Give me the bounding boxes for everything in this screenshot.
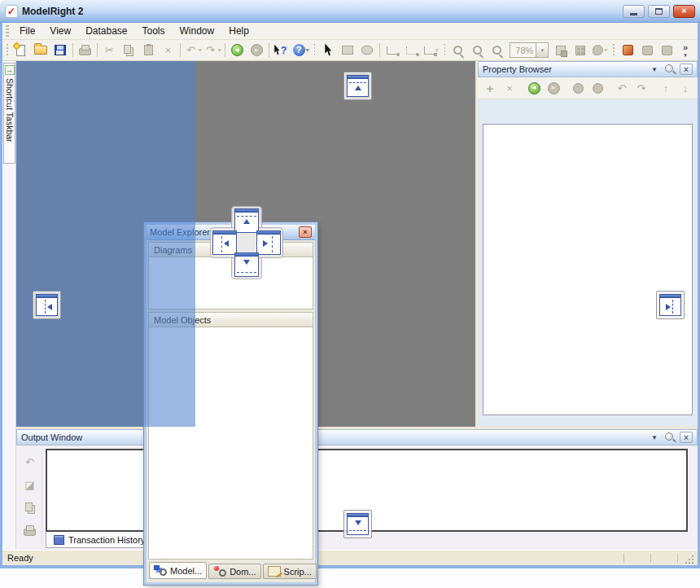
output-window-tabs: Transaction History xyxy=(46,532,153,548)
property-browser-content[interactable] xyxy=(483,124,693,415)
new-button[interactable] xyxy=(12,42,30,59)
model-explorer-close-button[interactable]: × xyxy=(299,226,312,238)
dock-cross-left-button[interactable] xyxy=(212,230,237,255)
output-window-close-button[interactable]: × xyxy=(680,432,693,443)
model-explorer-body: Diagrams Model Objects Model...Dom...Scr… xyxy=(148,242,313,580)
dock-bottom-button[interactable] xyxy=(343,510,372,538)
entity-tool-button[interactable] xyxy=(339,42,357,59)
menu-tools[interactable]: Tools xyxy=(135,23,173,39)
tab-model-explorer[interactable]: Model... xyxy=(149,562,207,579)
pb-add-button[interactable]: + xyxy=(481,80,499,97)
paste-button[interactable] xyxy=(139,42,157,59)
generate-button[interactable] xyxy=(619,42,637,59)
forward-button[interactable]: ► xyxy=(247,42,265,59)
print-button[interactable] xyxy=(76,42,94,59)
toolbar-grip[interactable] xyxy=(7,44,8,56)
pb-forward-button[interactable]: ► xyxy=(545,80,562,97)
toolbar-grip[interactable] xyxy=(314,44,316,56)
fit-diagram-button[interactable] xyxy=(552,42,570,59)
cut-button[interactable]: ✂ xyxy=(100,42,118,59)
panel-menu-icon[interactable]: ▼ xyxy=(651,66,658,73)
help-button[interactable]: ?▾ xyxy=(292,42,310,59)
ow-print-button[interactable] xyxy=(21,522,39,539)
save-button[interactable] xyxy=(51,42,69,59)
select-tool-button[interactable] xyxy=(319,42,337,59)
status-bar: Ready xyxy=(2,550,698,565)
copy-button[interactable] xyxy=(120,42,138,59)
output-window-header[interactable]: Output Window ▼ × xyxy=(16,429,698,445)
zoom-level-combo[interactable]: 78%▾ xyxy=(510,42,549,58)
dock-cross-right-button[interactable] xyxy=(256,230,281,255)
menu-window[interactable]: Window xyxy=(173,23,222,39)
dock-cross-top-button[interactable] xyxy=(234,208,259,233)
resize-grip[interactable] xyxy=(685,555,694,564)
ow-copy-button[interactable] xyxy=(21,499,39,516)
subtype-relationship-button[interactable]: ▾ xyxy=(422,42,440,59)
pb-history-forward-button[interactable] xyxy=(588,80,606,97)
main-toolbar: ✂×↶▾↷▾◄►??▾▾78%▾▾»▾ xyxy=(2,40,698,61)
title-bar[interactable]: ✓ ModelRight 2 × xyxy=(0,0,700,23)
redo-button[interactable]: ↷▾ xyxy=(203,42,221,59)
dock-right-button[interactable] xyxy=(656,291,685,319)
dock-top-button[interactable] xyxy=(343,72,372,100)
menu-view[interactable]: View xyxy=(42,23,78,39)
ow-undo-button[interactable]: ↶ xyxy=(21,454,39,471)
shortcut-taskbar-header[interactable]: → Shortcut Taskbar xyxy=(3,63,15,164)
undo-button[interactable]: ↶▾ xyxy=(184,42,202,59)
nonidentifying-relationship-button[interactable] xyxy=(403,42,421,59)
pb-back-button[interactable]: ◄ xyxy=(525,80,543,97)
tab-label: Dom... xyxy=(230,567,256,577)
overview-button[interactable]: ▾ xyxy=(591,42,609,59)
menu-file[interactable]: File xyxy=(12,23,42,39)
fit-objects-button[interactable] xyxy=(571,42,589,59)
zoom-area-button[interactable] xyxy=(488,42,506,59)
pb-move-down-button[interactable]: ↓ xyxy=(676,80,694,97)
auto-hide-pin-icon[interactable] xyxy=(664,432,676,443)
pb-delete-button[interactable]: × xyxy=(501,80,518,97)
shortcut-taskbar[interactable]: → Shortcut Taskbar xyxy=(2,61,16,550)
menubar-grip[interactable] xyxy=(6,25,9,37)
restore-button[interactable] xyxy=(648,5,670,18)
menu-help[interactable]: Help xyxy=(221,23,256,39)
toolbar-overflow-button[interactable]: »▾ xyxy=(676,41,694,60)
pb-overflow-button[interactable]: »▾ xyxy=(695,78,700,98)
auto-hide-pin-icon[interactable] xyxy=(664,64,676,75)
panel-menu-icon[interactable]: ▼ xyxy=(651,434,658,441)
menu-database[interactable]: Database xyxy=(78,23,134,39)
dropdown-icon[interactable]: ▾ xyxy=(306,46,309,54)
tab-transaction-history[interactable]: Transaction History xyxy=(46,532,153,548)
toolbar-grip[interactable] xyxy=(444,44,446,56)
pb-history-back-button[interactable] xyxy=(569,80,587,97)
toolbar-grip[interactable] xyxy=(613,44,615,56)
dock-guide-cross xyxy=(210,206,283,279)
minimize-button[interactable] xyxy=(623,5,645,18)
identifying-relationship-button[interactable] xyxy=(383,42,401,59)
report-button[interactable] xyxy=(658,42,676,59)
zoom-in-button[interactable] xyxy=(449,42,467,59)
tab-domain[interactable]: Dom... xyxy=(208,564,260,579)
close-button[interactable]: × xyxy=(673,5,695,18)
dock-left-button[interactable] xyxy=(33,291,61,319)
pb-move-up-button[interactable]: ↑ xyxy=(657,80,675,97)
dropdown-icon[interactable]: ▾ xyxy=(199,46,202,54)
dropdown-icon[interactable]: ▾ xyxy=(218,46,221,54)
dropdown-icon[interactable]: ▾ xyxy=(604,46,607,54)
pb-redo-button[interactable]: ↷ xyxy=(632,80,650,97)
tab-script[interactable]: Scrip... xyxy=(263,564,317,579)
view-tool-button[interactable] xyxy=(358,42,376,59)
section-model-objects[interactable]: Model Objects xyxy=(148,312,313,327)
property-browser-header[interactable]: Property Browser ▼ × xyxy=(478,61,698,77)
compare-button[interactable] xyxy=(638,42,656,59)
zoom-out-button[interactable] xyxy=(469,42,487,59)
dropdown-icon[interactable]: ▾ xyxy=(536,43,548,57)
domain-icon xyxy=(213,566,226,577)
context-help-button[interactable]: ? xyxy=(273,42,291,59)
back-button[interactable]: ◄ xyxy=(228,42,246,59)
ow-save-button[interactable]: ◪ xyxy=(21,476,39,494)
delete-button[interactable]: × xyxy=(159,42,177,59)
dock-cross-bottom-button[interactable] xyxy=(234,252,259,277)
pb-undo-button[interactable]: ↶ xyxy=(613,80,631,97)
open-button[interactable] xyxy=(32,42,50,59)
model-objects-list[interactable] xyxy=(148,327,313,559)
property-browser-close-button[interactable]: × xyxy=(680,64,693,75)
